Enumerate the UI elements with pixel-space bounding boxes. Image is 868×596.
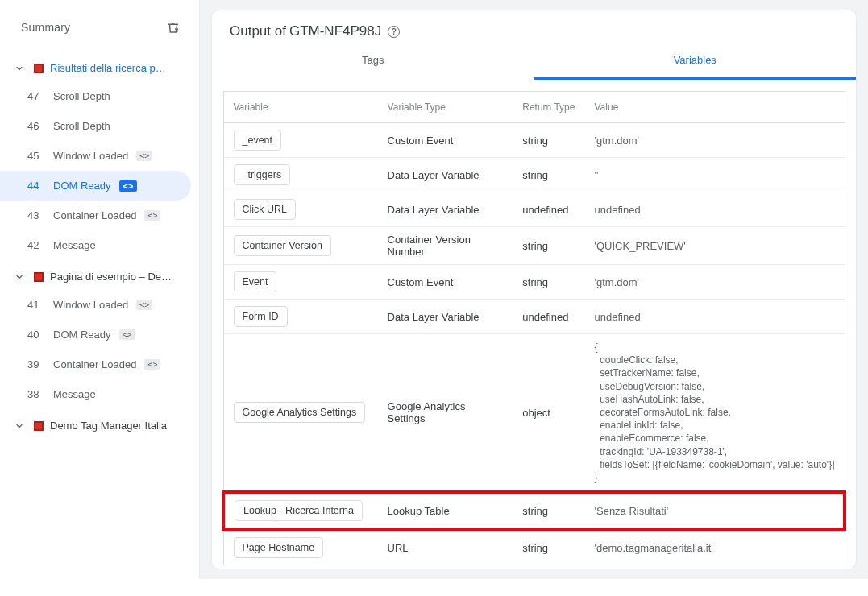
event-name: Message (53, 239, 96, 251)
sidebar-event-item[interactable]: 46Scroll Depth (0, 111, 191, 141)
variable-value: undefined (595, 311, 641, 323)
sidebar-event-item[interactable]: 41Window Loaded <> (0, 290, 191, 320)
page-icon (34, 272, 44, 282)
tab-variables[interactable]: Variables (534, 43, 857, 80)
variable-name-chip[interactable]: Event (234, 271, 277, 292)
sidebar-event-item[interactable]: 39Container Loaded <> (0, 350, 191, 379)
event-number: 38 (27, 388, 45, 400)
group-label: Demo Tag Manager Italia (50, 420, 167, 432)
table-row[interactable]: Click URLData Layer Variableundefinedund… (223, 192, 845, 227)
event-number: 39 (27, 358, 45, 370)
sidebar-event-item[interactable]: 44DOM Ready <> (0, 171, 191, 201)
table-row[interactable]: Google Analytics SettingsGoogle Analytic… (223, 334, 845, 493)
variable-return-type: string (513, 227, 584, 265)
event-name: Window Loaded (53, 299, 128, 311)
app-frame: Summary Risultati della ricerca p…47Scro… (0, 0, 868, 579)
variable-value: 'demo.tagmanageritalia.it' (595, 542, 713, 554)
variable-type: Google Analytics Settings (378, 334, 513, 493)
tab-tags[interactable]: Tags (212, 43, 534, 80)
summary-title: Summary (21, 21, 70, 34)
variables-table-wrap: Variable Variable Type Return Type Value… (212, 80, 856, 569)
brand-footer: TagManagerItalia (0, 579, 868, 596)
chevron-down-icon (11, 421, 27, 431)
variable-return-type: undefined (513, 300, 584, 334)
event-name: Window Loaded (53, 150, 128, 162)
variable-name-chip[interactable]: Form ID (234, 306, 288, 327)
variable-name-chip[interactable]: Google Analytics Settings (234, 402, 366, 423)
sidebar-event-item[interactable]: 45Window Loaded <> (0, 141, 191, 171)
sidebar-group[interactable]: Pagina di esempio – De… (0, 263, 199, 290)
event-name: Container Loaded (53, 358, 136, 370)
sidebar-event-item[interactable]: 42Message (0, 230, 191, 260)
event-name: DOM Ready (53, 180, 111, 192)
table-row[interactable]: Lookup - Ricerca InternaLookup Tablestri… (223, 492, 845, 529)
variable-type: URL (378, 529, 513, 565)
main-panel: Output of GTM-NF4P98J ? Tags Variables V… (200, 0, 868, 579)
clear-events-button[interactable] (162, 16, 185, 39)
variable-return-type: object (513, 334, 584, 493)
api-badge-icon: <> (119, 329, 135, 340)
variable-name-chip[interactable]: Page Hostname (234, 537, 324, 558)
container-id: GTM-NF4P98J (289, 23, 381, 39)
variable-name-chip[interactable]: Container Version (234, 235, 331, 256)
variable-name-chip[interactable]: _event (234, 130, 282, 151)
event-number: 47 (27, 90, 45, 102)
table-row[interactable]: _eventCustom Eventstring'gtm.dom' (223, 123, 845, 158)
sidebar-event-item[interactable]: 40DOM Ready <> (0, 320, 191, 350)
variable-name-chip[interactable]: Lookup - Ricerca Interna (235, 500, 363, 521)
event-name: Container Loaded (53, 209, 136, 221)
table-row[interactable]: Form IDData Layer Variableundefinedundef… (223, 300, 845, 334)
table-row[interactable]: Container VersionContainer Version Numbe… (223, 227, 845, 265)
variable-value: undefined (595, 204, 641, 216)
table-row[interactable]: _triggersData Layer Variablestring'' (223, 158, 845, 192)
table-row[interactable]: Page HostnameURLstring'demo.tagmanagerit… (223, 529, 845, 565)
event-number: 40 (27, 329, 45, 341)
variable-value: 'QUICK_PREVIEW' (595, 240, 686, 252)
variables-table: Variable Variable Type Return Type Value… (222, 91, 846, 565)
variable-type: Custom Event (378, 265, 513, 300)
api-badge-icon: <> (144, 359, 160, 370)
variable-name-chip[interactable]: Click URL (234, 199, 297, 220)
variable-name-chip[interactable]: _triggers (234, 164, 291, 185)
variable-type: Data Layer Variable (378, 158, 513, 192)
event-name: Scroll Depth (53, 120, 110, 132)
variable-type: Lookup Table (378, 492, 513, 529)
variable-type: Custom Event (378, 123, 513, 158)
card-title: Output of GTM-NF4P98J ? (212, 10, 856, 39)
event-name: DOM Ready (53, 329, 111, 341)
sidebar-group[interactable]: Demo Tag Manager Italia (0, 412, 199, 439)
summary-sidebar: Summary Risultati della ricerca p…47Scro… (0, 0, 200, 579)
event-name: Message (53, 388, 96, 400)
variable-return-type: string (513, 529, 584, 565)
chevron-down-icon (11, 272, 27, 282)
variable-type: Data Layer Variable (378, 300, 513, 334)
variable-value: { doubleClick: false, setTrackerName: fa… (595, 341, 835, 484)
variable-value: 'gtm.dom' (595, 135, 640, 147)
tabs: Tags Variables (212, 43, 856, 80)
chevron-down-icon (11, 64, 27, 73)
group-label: Risultati della ricerca p… (50, 62, 166, 74)
sidebar-event-item[interactable]: 47Scroll Depth (0, 81, 191, 111)
sidebar-group[interactable]: Risultati della ricerca p… (0, 55, 199, 81)
clear-icon (166, 20, 181, 35)
col-type: Variable Type (378, 92, 513, 123)
event-number: 42 (27, 239, 45, 251)
variable-value: '' (595, 169, 599, 181)
col-value: Value (585, 92, 845, 123)
page-icon (34, 64, 44, 73)
sidebar-event-item[interactable]: 38Message (0, 379, 191, 409)
api-badge-icon: <> (136, 151, 152, 161)
variable-return-type: string (513, 158, 584, 192)
variable-type: Container Version Number (378, 227, 513, 265)
event-number: 41 (27, 299, 45, 311)
col-return-type: Return Type (513, 92, 584, 123)
event-number: 43 (27, 209, 45, 221)
help-icon[interactable]: ? (388, 26, 400, 38)
event-number: 44 (27, 180, 45, 192)
table-row[interactable]: EventCustom Eventstring'gtm.dom' (223, 265, 845, 300)
sidebar-event-item[interactable]: 43Container Loaded <> (0, 201, 191, 230)
variable-return-type: string (513, 492, 584, 529)
variable-return-type: string (513, 123, 584, 158)
event-name: Scroll Depth (53, 90, 110, 102)
event-number: 45 (27, 150, 45, 162)
